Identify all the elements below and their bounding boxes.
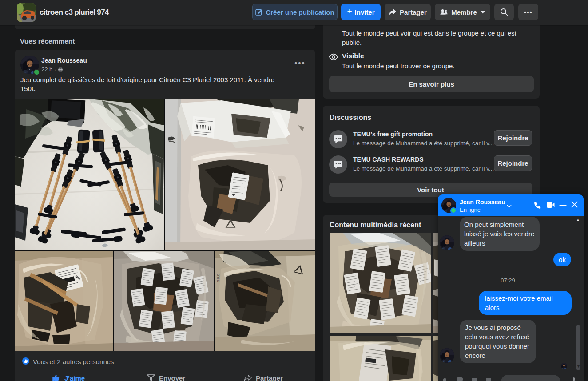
svg-text:GELD: GELD: [217, 274, 220, 282]
